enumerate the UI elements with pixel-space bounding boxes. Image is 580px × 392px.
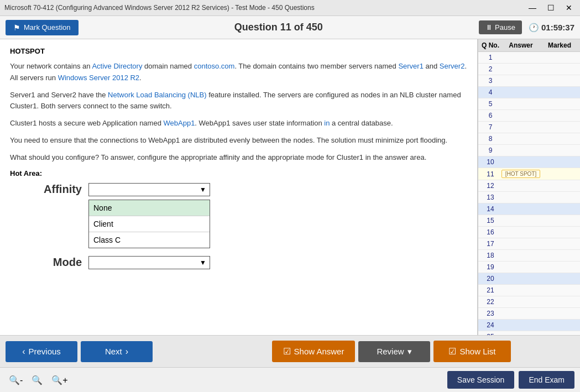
show-list-checkbox-icon: ☑ [448, 346, 456, 357]
close-button[interactable]: ✕ [562, 2, 576, 13]
question-list-row[interactable]: 23 [478, 308, 580, 320]
show-answer-button[interactable]: ☑ Show Answer [272, 341, 355, 362]
status-bar: 🔍- 🔍 🔍+ Save Session End Exam [0, 367, 580, 392]
question-list-row[interactable]: 9 [478, 145, 580, 156]
col-qno: Q No. [479, 41, 501, 49]
q-row-number: 11 [479, 170, 501, 178]
question-list-row[interactable]: 19 [478, 262, 580, 273]
question-list-row[interactable]: 22 [478, 296, 580, 308]
question-para-3: Cluster1 hosts a secure web Application … [10, 118, 467, 129]
review-button[interactable]: Review ▾ [358, 341, 430, 362]
q-row-number: 4 [479, 88, 501, 96]
zoom-in-button[interactable]: 🔍+ [48, 374, 71, 386]
q-row-number: 19 [479, 263, 501, 271]
question-list-row[interactable]: 5 [478, 98, 580, 110]
affinity-dropdown-list: None Client Class C [88, 200, 210, 248]
chevron-right-icon: › [126, 347, 128, 357]
q-row-number: 23 [479, 310, 501, 317]
timer-value: 01:59:37 [541, 23, 574, 32]
question-para-4: You need to ensure that the connections … [10, 135, 467, 147]
question-list-row[interactable]: 4 [478, 87, 580, 98]
mark-button-label: Mark Question [24, 23, 71, 32]
question-list-row[interactable]: 6 [478, 110, 580, 122]
previous-button[interactable]: ‹ Previous [6, 341, 77, 362]
clock-icon: 🕐 [529, 23, 539, 33]
zoom-controls[interactable]: 🔍- 🔍 🔍+ [6, 374, 71, 386]
q-row-number: 8 [479, 135, 501, 143]
question-list-row[interactable]: 8 [478, 133, 580, 145]
question-list-row[interactable]: 2 [478, 64, 580, 75]
question-type: HOTSPOT [10, 47, 467, 55]
question-list-row[interactable]: 20 [478, 273, 580, 285]
question-list-row[interactable]: 7 [478, 122, 580, 133]
mode-dropdown[interactable]: ▼ [88, 256, 210, 269]
review-label: Review [377, 347, 404, 356]
maximize-button[interactable]: ☐ [544, 2, 558, 13]
window-controls[interactable]: — ☐ ✕ [525, 2, 576, 13]
affinity-dropdown[interactable]: ▼ [88, 183, 210, 196]
previous-label: Previous [28, 347, 60, 356]
q-row-number: 18 [479, 252, 501, 259]
end-exam-button[interactable]: End Exam [519, 371, 574, 389]
question-list-row[interactable]: 17 [478, 238, 580, 250]
review-chevron: ▾ [407, 347, 412, 357]
question-list-row[interactable]: 14 [478, 203, 580, 215]
next-button[interactable]: Next › [81, 341, 153, 362]
question-list-row[interactable]: 1 [478, 52, 580, 64]
question-list-header: Q No. Answer Marked [478, 39, 580, 52]
question-list-body[interactable]: 1234567891011[HOT SPOT]12131415161718192… [478, 52, 580, 335]
affinity-option-none[interactable]: None [89, 200, 210, 216]
q-row-number: 1 [479, 54, 501, 61]
show-answer-label: Show Answer [294, 347, 344, 356]
zoom-reset-button[interactable]: 🔍 [28, 374, 46, 386]
q-row-number: 21 [479, 286, 501, 294]
next-label: Next [105, 347, 122, 356]
q-row-number: 12 [479, 182, 501, 190]
question-para-1: Your network contains an Active Director… [10, 61, 467, 84]
question-list-row[interactable]: 11[HOT SPOT] [478, 168, 580, 180]
question-list-row[interactable]: 16 [478, 227, 580, 238]
zoom-out-button[interactable]: 🔍- [6, 374, 26, 386]
affinity-option-client[interactable]: Client [89, 216, 210, 232]
q-row-number: 6 [479, 112, 501, 119]
pause-label: Pause [495, 23, 515, 32]
q-row-number: 20 [479, 275, 501, 283]
show-list-label: Show List [459, 347, 495, 356]
q-row-number: 15 [479, 217, 501, 224]
affinity-option-classc[interactable]: Class C [89, 232, 210, 248]
question-list-row[interactable]: 24 [478, 320, 580, 331]
question-list-row[interactable]: 12 [478, 180, 580, 192]
q-row-number: 9 [479, 147, 501, 154]
question-list-row[interactable]: 15 [478, 215, 580, 227]
q-row-number: 5 [479, 100, 501, 108]
question-para-5: What should you configure? To answer, co… [10, 152, 467, 164]
pause-button[interactable]: ⏸ Pause [479, 20, 522, 34]
q-row-number: 24 [479, 321, 501, 329]
end-exam-label: End Exam [529, 375, 565, 384]
question-list-row[interactable]: 13 [478, 192, 580, 203]
mode-label: Mode [27, 256, 82, 269]
question-list-row[interactable]: 18 [478, 250, 580, 262]
question-list-row[interactable]: 10 [478, 156, 580, 168]
q-row-number: 3 [479, 77, 501, 85]
question-list-row[interactable]: 21 [478, 285, 580, 296]
question-list-row[interactable]: 25 [478, 331, 580, 335]
toolbar: ⚑ Mark Question Question 11 of 450 ⏸ Pau… [0, 16, 580, 39]
save-session-button[interactable]: Save Session [447, 371, 515, 389]
mark-question-button[interactable]: ⚑ Mark Question [6, 20, 79, 35]
timer: 🕐 01:59:37 [529, 23, 574, 33]
question-list-row[interactable]: 3 [478, 75, 580, 87]
affinity-label: Affinity [27, 183, 82, 196]
mode-row: Mode ▼ [27, 256, 467, 269]
q-row-answer: [HOT SPOT] [501, 170, 540, 178]
minimize-button[interactable]: — [525, 2, 540, 13]
question-list-panel: Q No. Answer Marked 1234567891011[HOT SP… [478, 39, 580, 335]
col-marked: Marked [540, 41, 579, 49]
session-buttons: Save Session End Exam [447, 371, 574, 389]
q-row-number: 16 [479, 228, 501, 236]
flag-icon: ⚑ [13, 23, 20, 32]
q-row-number: 14 [479, 205, 501, 213]
show-list-button[interactable]: ☑ Show List [433, 341, 511, 362]
question-panel: HOTSPOT Your network contains an Active … [0, 39, 478, 335]
col-answer: Answer [501, 41, 540, 49]
